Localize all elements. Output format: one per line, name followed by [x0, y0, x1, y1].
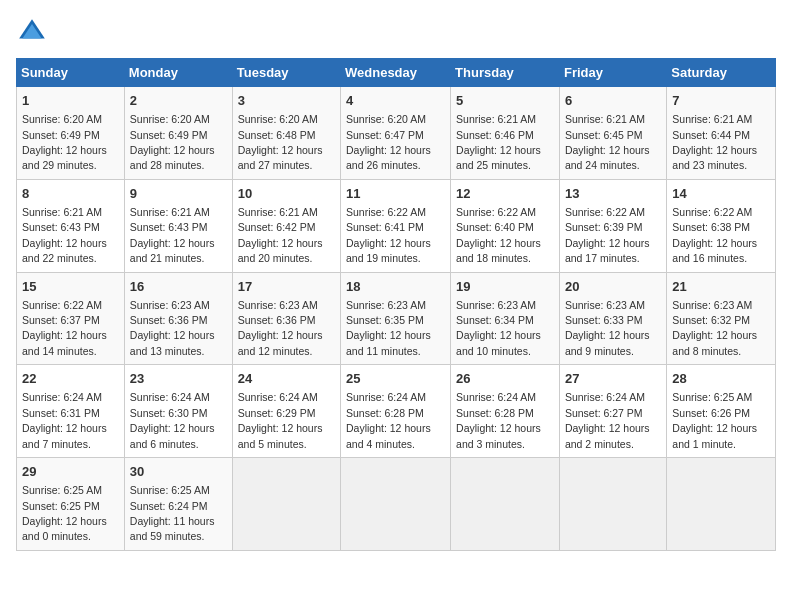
day-info: Sunrise: 6:24 AMSunset: 6:31 PMDaylight:…: [22, 391, 107, 449]
calendar-cell: 3 Sunrise: 6:20 AMSunset: 6:48 PMDayligh…: [232, 87, 340, 180]
logo-icon: [16, 16, 48, 48]
col-header-wednesday: Wednesday: [341, 59, 451, 87]
col-header-thursday: Thursday: [451, 59, 560, 87]
calendar-cell: 26 Sunrise: 6:24 AMSunset: 6:28 PMDaylig…: [451, 365, 560, 458]
day-info: Sunrise: 6:22 AMSunset: 6:38 PMDaylight:…: [672, 206, 757, 264]
day-number: 19: [456, 278, 554, 296]
day-number: 4: [346, 92, 445, 110]
day-number: 1: [22, 92, 119, 110]
day-info: Sunrise: 6:24 AMSunset: 6:28 PMDaylight:…: [456, 391, 541, 449]
col-header-tuesday: Tuesday: [232, 59, 340, 87]
day-number: 22: [22, 370, 119, 388]
calendar-cell: 6 Sunrise: 6:21 AMSunset: 6:45 PMDayligh…: [559, 87, 666, 180]
day-info: Sunrise: 6:24 AMSunset: 6:30 PMDaylight:…: [130, 391, 215, 449]
calendar-cell: [341, 458, 451, 551]
day-info: Sunrise: 6:23 AMSunset: 6:33 PMDaylight:…: [565, 299, 650, 357]
day-info: Sunrise: 6:21 AMSunset: 6:46 PMDaylight:…: [456, 113, 541, 171]
day-info: Sunrise: 6:20 AMSunset: 6:47 PMDaylight:…: [346, 113, 431, 171]
day-number: 2: [130, 92, 227, 110]
day-info: Sunrise: 6:25 AMSunset: 6:26 PMDaylight:…: [672, 391, 757, 449]
day-info: Sunrise: 6:23 AMSunset: 6:36 PMDaylight:…: [238, 299, 323, 357]
day-number: 13: [565, 185, 661, 203]
calendar-cell: 22 Sunrise: 6:24 AMSunset: 6:31 PMDaylig…: [17, 365, 125, 458]
calendar-cell: 30 Sunrise: 6:25 AMSunset: 6:24 PMDaylig…: [124, 458, 232, 551]
col-header-friday: Friday: [559, 59, 666, 87]
calendar-cell: 27 Sunrise: 6:24 AMSunset: 6:27 PMDaylig…: [559, 365, 666, 458]
day-number: 3: [238, 92, 335, 110]
day-info: Sunrise: 6:20 AMSunset: 6:49 PMDaylight:…: [130, 113, 215, 171]
calendar-cell: 15 Sunrise: 6:22 AMSunset: 6:37 PMDaylig…: [17, 272, 125, 365]
day-info: Sunrise: 6:24 AMSunset: 6:29 PMDaylight:…: [238, 391, 323, 449]
calendar-cell: 20 Sunrise: 6:23 AMSunset: 6:33 PMDaylig…: [559, 272, 666, 365]
day-number: 16: [130, 278, 227, 296]
calendar-cell: 4 Sunrise: 6:20 AMSunset: 6:47 PMDayligh…: [341, 87, 451, 180]
day-number: 11: [346, 185, 445, 203]
day-number: 6: [565, 92, 661, 110]
day-info: Sunrise: 6:23 AMSunset: 6:32 PMDaylight:…: [672, 299, 757, 357]
day-info: Sunrise: 6:21 AMSunset: 6:43 PMDaylight:…: [22, 206, 107, 264]
day-number: 29: [22, 463, 119, 481]
calendar-cell: 8 Sunrise: 6:21 AMSunset: 6:43 PMDayligh…: [17, 179, 125, 272]
day-number: 17: [238, 278, 335, 296]
calendar-cell: 18 Sunrise: 6:23 AMSunset: 6:35 PMDaylig…: [341, 272, 451, 365]
col-header-monday: Monday: [124, 59, 232, 87]
calendar-cell: [232, 458, 340, 551]
logo: [16, 16, 52, 48]
calendar-cell: 11 Sunrise: 6:22 AMSunset: 6:41 PMDaylig…: [341, 179, 451, 272]
calendar-cell: 21 Sunrise: 6:23 AMSunset: 6:32 PMDaylig…: [667, 272, 776, 365]
calendar-cell: 7 Sunrise: 6:21 AMSunset: 6:44 PMDayligh…: [667, 87, 776, 180]
calendar-cell: 12 Sunrise: 6:22 AMSunset: 6:40 PMDaylig…: [451, 179, 560, 272]
day-info: Sunrise: 6:23 AMSunset: 6:34 PMDaylight:…: [456, 299, 541, 357]
day-info: Sunrise: 6:20 AMSunset: 6:48 PMDaylight:…: [238, 113, 323, 171]
calendar-cell: 14 Sunrise: 6:22 AMSunset: 6:38 PMDaylig…: [667, 179, 776, 272]
calendar-cell: [667, 458, 776, 551]
day-number: 25: [346, 370, 445, 388]
day-info: Sunrise: 6:25 AMSunset: 6:24 PMDaylight:…: [130, 484, 215, 542]
day-info: Sunrise: 6:20 AMSunset: 6:49 PMDaylight:…: [22, 113, 107, 171]
day-info: Sunrise: 6:24 AMSunset: 6:28 PMDaylight:…: [346, 391, 431, 449]
day-info: Sunrise: 6:21 AMSunset: 6:44 PMDaylight:…: [672, 113, 757, 171]
day-number: 9: [130, 185, 227, 203]
day-number: 14: [672, 185, 770, 203]
calendar-cell: 17 Sunrise: 6:23 AMSunset: 6:36 PMDaylig…: [232, 272, 340, 365]
day-info: Sunrise: 6:21 AMSunset: 6:43 PMDaylight:…: [130, 206, 215, 264]
day-number: 28: [672, 370, 770, 388]
calendar-cell: 9 Sunrise: 6:21 AMSunset: 6:43 PMDayligh…: [124, 179, 232, 272]
day-number: 23: [130, 370, 227, 388]
calendar-cell: 24 Sunrise: 6:24 AMSunset: 6:29 PMDaylig…: [232, 365, 340, 458]
day-number: 20: [565, 278, 661, 296]
calendar-cell: 2 Sunrise: 6:20 AMSunset: 6:49 PMDayligh…: [124, 87, 232, 180]
day-info: Sunrise: 6:23 AMSunset: 6:35 PMDaylight:…: [346, 299, 431, 357]
calendar-cell: 1 Sunrise: 6:20 AMSunset: 6:49 PMDayligh…: [17, 87, 125, 180]
day-number: 24: [238, 370, 335, 388]
calendar-cell: 10 Sunrise: 6:21 AMSunset: 6:42 PMDaylig…: [232, 179, 340, 272]
calendar-cell: 19 Sunrise: 6:23 AMSunset: 6:34 PMDaylig…: [451, 272, 560, 365]
calendar-cell: 5 Sunrise: 6:21 AMSunset: 6:46 PMDayligh…: [451, 87, 560, 180]
day-number: 12: [456, 185, 554, 203]
day-number: 7: [672, 92, 770, 110]
day-info: Sunrise: 6:24 AMSunset: 6:27 PMDaylight:…: [565, 391, 650, 449]
calendar-cell: [451, 458, 560, 551]
day-number: 8: [22, 185, 119, 203]
day-number: 10: [238, 185, 335, 203]
calendar-cell: 13 Sunrise: 6:22 AMSunset: 6:39 PMDaylig…: [559, 179, 666, 272]
day-number: 18: [346, 278, 445, 296]
calendar-table: SundayMondayTuesdayWednesdayThursdayFrid…: [16, 58, 776, 551]
day-info: Sunrise: 6:21 AMSunset: 6:45 PMDaylight:…: [565, 113, 650, 171]
col-header-sunday: Sunday: [17, 59, 125, 87]
calendar-cell: 28 Sunrise: 6:25 AMSunset: 6:26 PMDaylig…: [667, 365, 776, 458]
day-info: Sunrise: 6:22 AMSunset: 6:41 PMDaylight:…: [346, 206, 431, 264]
calendar-cell: 16 Sunrise: 6:23 AMSunset: 6:36 PMDaylig…: [124, 272, 232, 365]
day-number: 5: [456, 92, 554, 110]
page-header: [16, 16, 776, 48]
calendar-cell: 23 Sunrise: 6:24 AMSunset: 6:30 PMDaylig…: [124, 365, 232, 458]
calendar-cell: 29 Sunrise: 6:25 AMSunset: 6:25 PMDaylig…: [17, 458, 125, 551]
day-info: Sunrise: 6:21 AMSunset: 6:42 PMDaylight:…: [238, 206, 323, 264]
day-number: 26: [456, 370, 554, 388]
day-number: 15: [22, 278, 119, 296]
day-number: 21: [672, 278, 770, 296]
day-info: Sunrise: 6:22 AMSunset: 6:40 PMDaylight:…: [456, 206, 541, 264]
day-info: Sunrise: 6:22 AMSunset: 6:39 PMDaylight:…: [565, 206, 650, 264]
day-number: 30: [130, 463, 227, 481]
day-info: Sunrise: 6:23 AMSunset: 6:36 PMDaylight:…: [130, 299, 215, 357]
